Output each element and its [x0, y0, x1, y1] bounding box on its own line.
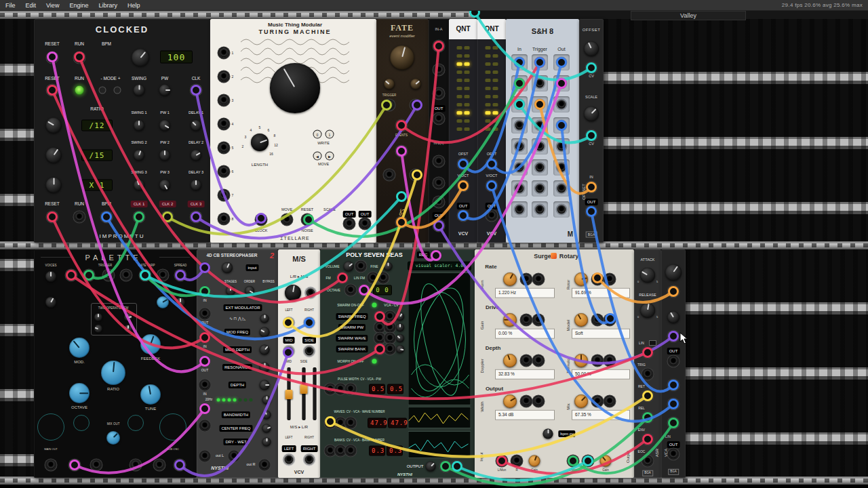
mode-right-button[interactable] [115, 87, 121, 94]
module-qnt-2[interactable]: QNT OFST V/OCT OUT VCV [477, 19, 506, 243]
input-r-jack[interactable] [513, 457, 521, 466]
clk2-jack[interactable] [163, 213, 172, 222]
pulse-jack-4[interactable] [220, 120, 229, 129]
swarm-freq-jack1[interactable] [376, 312, 384, 321]
ret-jack[interactable] [644, 392, 652, 401]
out-jack-1[interactable] [669, 357, 678, 366]
aux-jack[interactable] [412, 101, 420, 110]
event-jack-3[interactable] [385, 171, 394, 180]
attack-knob[interactable] [640, 268, 655, 283]
swarm-wave-knob[interactable] [396, 334, 404, 342]
reset-input-jack[interactable] [48, 86, 57, 95]
lin-fm-jack[interactable] [369, 274, 378, 283]
sample-hold-jack[interactable] [532, 180, 548, 197]
width-aux-jack[interactable] [534, 397, 543, 406]
left-out-jack[interactable] [285, 455, 294, 464]
module-ab-switch[interactable]: IN-A OUT IN-B(A) OUT [429, 19, 449, 243]
top-jack-4[interactable] [122, 271, 131, 280]
jack-pin[interactable] [536, 205, 545, 214]
write-0-button[interactable]: 0 [314, 131, 321, 138]
io-jack-1[interactable] [201, 287, 210, 296]
jack-pin[interactable] [536, 142, 545, 151]
jack-pin[interactable] [515, 58, 524, 67]
doppler-aux-jack[interactable] [534, 357, 543, 365]
swarm-bank-jack1[interactable] [376, 345, 384, 354]
sample-hold-jack[interactable] [511, 54, 528, 70]
sample-hold-jack[interactable] [532, 201, 548, 218]
lin-jack[interactable] [644, 348, 652, 357]
output-gain-knob[interactable] [600, 455, 612, 467]
sample-hold-jack[interactable] [511, 117, 528, 134]
octave-cv-jack[interactable] [347, 286, 355, 295]
module-clocked[interactable]: CLOCKED RESET RUN BPM 100 RESET RUN - MO… [34, 19, 210, 243]
out-jack[interactable] [488, 211, 496, 220]
model-knob[interactable] [574, 313, 588, 327]
output-r-jack[interactable] [584, 457, 593, 466]
bank-jack2[interactable] [336, 447, 345, 455]
reset-out-jack[interactable] [48, 213, 57, 222]
pulse-jack-8[interactable] [220, 215, 229, 224]
event-jack-1[interactable] [397, 121, 406, 130]
top-jack-7[interactable] [176, 271, 185, 280]
sample-hold-jack[interactable] [532, 96, 548, 113]
volume-cv-jack[interactable] [357, 262, 366, 271]
bypass-led[interactable] [267, 289, 271, 293]
rate-cv-jack[interactable] [522, 275, 531, 284]
jack-pin[interactable] [536, 184, 545, 193]
io-jack-2[interactable] [201, 310, 210, 319]
out-jack-2[interactable] [669, 450, 678, 459]
horn-value-field[interactable]: 1.220 Hz [495, 288, 555, 298]
feedback-knob[interactable] [140, 334, 161, 354]
module-qnt-1[interactable]: QNT OFST V/OCT OUT VCV [449, 19, 477, 243]
move-right-button[interactable]: ▶ [326, 152, 334, 160]
spread-knob[interactable] [176, 298, 185, 307]
model-value-field[interactable]: Soft [572, 329, 630, 339]
output-jack-2[interactable] [453, 462, 462, 471]
module-fate[interactable]: FATE event modifier TRIGGER EVENTS ℘ [376, 19, 429, 243]
jack-pin[interactable] [536, 58, 545, 67]
menu-item-edit[interactable]: Edit [26, 2, 37, 9]
total-knob[interactable] [45, 297, 56, 308]
width-cv-jack[interactable] [522, 397, 531, 406]
left-in-jack[interactable] [285, 319, 294, 327]
eoc-jack[interactable] [644, 457, 652, 466]
tremolo-knob[interactable] [574, 354, 588, 367]
swarm-freq-knob[interactable] [396, 312, 404, 321]
width-value-field[interactable]: 5.34 dB [495, 410, 555, 420]
response-cv-jack[interactable] [669, 332, 678, 341]
delay1-knob[interactable] [191, 120, 201, 131]
octave-knob[interactable] [69, 383, 90, 403]
ratio2-knob[interactable] [46, 148, 62, 163]
note-led-stack[interactable] [486, 46, 498, 131]
jack-pin[interactable] [557, 100, 566, 109]
module-poly-seven-seas[interactable]: POLY SEVEN SEAS REC visual scaler: 4.0 V… [320, 249, 475, 478]
io-jack-3[interactable] [201, 333, 210, 342]
pw1-knob[interactable] [159, 120, 170, 131]
in-jack-3[interactable] [669, 419, 678, 428]
model-aux-jack[interactable] [606, 316, 614, 325]
module-vca[interactable]: OUT LIN OUT VCA BGA [661, 249, 686, 478]
sample-hold-jack[interactable] [532, 159, 548, 176]
swarm-wave-jack1[interactable] [376, 334, 384, 343]
in-a-jack[interactable] [435, 42, 443, 51]
aux-slider[interactable] [313, 367, 317, 420]
probability-knob[interactable] [390, 45, 414, 70]
in-jack-2[interactable] [669, 400, 678, 409]
in-jack[interactable] [587, 183, 596, 192]
bpm-knob[interactable] [132, 49, 149, 66]
run-button[interactable] [75, 54, 84, 62]
fm-mini-knob-1[interactable] [94, 313, 102, 321]
event-jack-4[interactable] [412, 171, 420, 180]
right-out-jack[interactable] [305, 455, 314, 464]
gain-value-field[interactable]: 0.00 % [495, 329, 555, 339]
swarm-freq-jack2[interactable] [386, 312, 395, 321]
perc-knob[interactable] [157, 296, 169, 308]
pulse-jack-1[interactable] [220, 49, 229, 58]
aux-out-jack[interactable] [230, 452, 239, 461]
trigger-jack[interactable] [385, 101, 394, 110]
event-jack-2[interactable] [397, 147, 406, 156]
jack-pin[interactable] [515, 184, 524, 193]
bottom-jack-6[interactable] [176, 461, 184, 470]
scale-cv-jack[interactable] [587, 131, 596, 140]
swing2-knob[interactable] [134, 150, 144, 161]
